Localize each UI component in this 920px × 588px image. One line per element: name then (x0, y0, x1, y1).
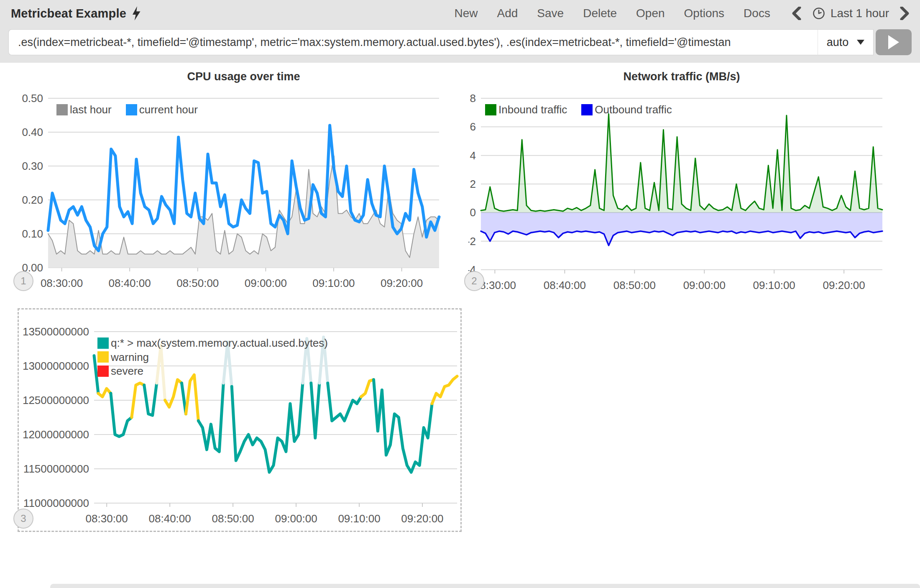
series-outbound-line (481, 231, 882, 245)
next-element-partial-edge (50, 584, 920, 588)
time-picker: Last 1 hour (792, 7, 909, 20)
chart-legend: last hourcurrent hour (56, 103, 198, 117)
x-tick-label: 09:20:00 (401, 512, 443, 525)
legend-item[interactable]: q:* > max(system.memory.actual.used.byte… (97, 336, 328, 350)
menu-item-save[interactable]: Save (537, 7, 564, 20)
x-tick-label: 09:10:00 (753, 279, 795, 291)
series-memory-used-segment (232, 383, 303, 472)
time-prev-button[interactable] (792, 7, 801, 20)
legend-label: Inbound traffic (498, 103, 567, 117)
y-tick-label: 0.30 (22, 160, 43, 172)
chart-legend: q:* > max(system.memory.actual.used.byte… (97, 336, 328, 378)
legend-label: Outbound traffic (595, 103, 672, 117)
legend-item[interactable]: Outbound traffic (581, 103, 672, 117)
panel-number-badge: 3 (13, 509, 33, 529)
timelion-expression-input[interactable] (8, 29, 818, 55)
network-traffic-chart[interactable]: 86420-2-408:30:0008:40:0008:50:0009:00:0… (468, 67, 891, 301)
menu-item-delete[interactable]: Delete (583, 7, 617, 20)
legend-label: warning (111, 350, 149, 364)
legend-color-chip (485, 104, 496, 115)
x-tick-label: 09:00:00 (275, 512, 317, 525)
series-memory-used-segment (98, 389, 111, 397)
x-tick-label: 08:40:00 (109, 277, 151, 289)
interval-value: auto (827, 36, 849, 49)
legend-color-chip (97, 351, 109, 363)
y-tick-label: 0.50 (22, 92, 43, 105)
series-outbound-area (481, 212, 882, 245)
x-tick-label: 09:20:00 (823, 279, 865, 291)
y-tick-label: 0.10 (22, 228, 43, 240)
menu-item-new[interactable]: New (454, 7, 478, 20)
play-icon (887, 35, 900, 49)
legend-item[interactable]: Inbound traffic (485, 103, 567, 117)
series-inbound-line (481, 114, 882, 211)
menu-item-docs[interactable]: Docs (744, 7, 770, 20)
x-tick-label: 09:20:00 (381, 277, 423, 289)
sheet-title: Metricbeat Example (11, 7, 126, 20)
x-tick-label: 09:00:00 (683, 279, 726, 291)
series-memory-used-segment (374, 380, 432, 472)
y-tick-label: 8 (470, 92, 476, 105)
cpu-usage-chart[interactable]: 0.500.400.300.200.100.0008:30:0008:40:00… (17, 67, 441, 301)
legend-color-chip (56, 104, 68, 115)
title-row: Metricbeat Example New Add Save Delete O… (0, 0, 920, 27)
menu-item-options[interactable]: Options (684, 7, 725, 20)
series-memory-used-segment (165, 380, 182, 407)
time-range-label: Last 1 hour (831, 7, 889, 20)
x-tick-label: 08:50:00 (212, 512, 254, 525)
top-bar: Metricbeat Example New Add Save Delete O… (0, 0, 920, 63)
x-tick-label: 09:10:00 (338, 512, 380, 525)
legend-label: current hour (139, 103, 198, 117)
y-tick-label: 6 (470, 120, 476, 133)
menu-item-add[interactable]: Add (497, 7, 518, 20)
legend-color-chip (97, 337, 109, 349)
time-next-button[interactable] (900, 7, 909, 20)
legend-label: last hour (70, 103, 112, 117)
panel-number-badge: 1 (13, 271, 33, 291)
legend-color-chip (126, 104, 137, 115)
legend-label: severe (111, 364, 143, 378)
x-tick-label: 08:50:00 (176, 277, 219, 289)
x-tick-label: 08:50:00 (613, 279, 656, 291)
series-memory-used-segment (186, 375, 199, 421)
legend-color-chip (97, 366, 109, 377)
y-tick-label: 0 (470, 206, 476, 219)
y-tick-label: 12500000000 (23, 394, 89, 406)
y-tick-label: 0.40 (22, 126, 43, 138)
run-query-button[interactable] (876, 29, 912, 55)
series-memory-used-segment (311, 383, 319, 438)
legend-color-chip (581, 104, 593, 115)
legend-item[interactable]: severe (97, 364, 328, 378)
x-tick-label: 09:10:00 (312, 277, 355, 289)
x-tick-label: 08:40:00 (544, 279, 586, 291)
series-memory-used-segment (144, 383, 157, 415)
y-tick-label: 12000000000 (23, 428, 89, 441)
y-tick-label: 2 (470, 178, 476, 190)
clock-icon (812, 7, 825, 20)
x-tick-label: 08:30:00 (41, 277, 83, 289)
query-bar: auto (8, 29, 912, 55)
y-tick-label: 4 (470, 149, 476, 162)
legend-item[interactable]: last hour (56, 103, 112, 117)
interval-select[interactable]: auto (818, 29, 874, 55)
y-tick-label: 0.20 (22, 194, 43, 206)
series-memory-used-segment (432, 376, 457, 404)
series-memory-used-segment (361, 380, 374, 397)
network-traffic-chart-panel: Network traffic (MB/s) 86420-2-408:30:00… (468, 67, 891, 301)
x-tick-label: 08:40:00 (149, 512, 191, 525)
series-memory-used-segment (198, 383, 223, 452)
menu-item-open[interactable]: Open (636, 7, 665, 20)
y-tick-label: -2 (468, 235, 476, 248)
chart-legend: Inbound trafficOutbound traffic (485, 103, 672, 117)
time-range-button[interactable]: Last 1 hour (812, 7, 889, 20)
y-tick-label: 11500000000 (23, 463, 89, 475)
legend-item[interactable]: warning (97, 350, 328, 364)
panel-number-badge: 2 (464, 271, 484, 291)
x-tick-label: 08:30:00 (86, 512, 128, 525)
memory-usage-chart-panel: 1350000000013000000000125000000001200000… (18, 308, 462, 532)
y-tick-label: 13000000000 (23, 360, 89, 372)
legend-label: q:* > max(system.memory.actual.used.byte… (111, 336, 328, 350)
cpu-usage-chart-panel: CPU usage over time 0.500.400.300.200.10… (17, 67, 441, 301)
y-tick-label: 11000000000 (23, 497, 89, 509)
legend-item[interactable]: current hour (126, 103, 198, 117)
